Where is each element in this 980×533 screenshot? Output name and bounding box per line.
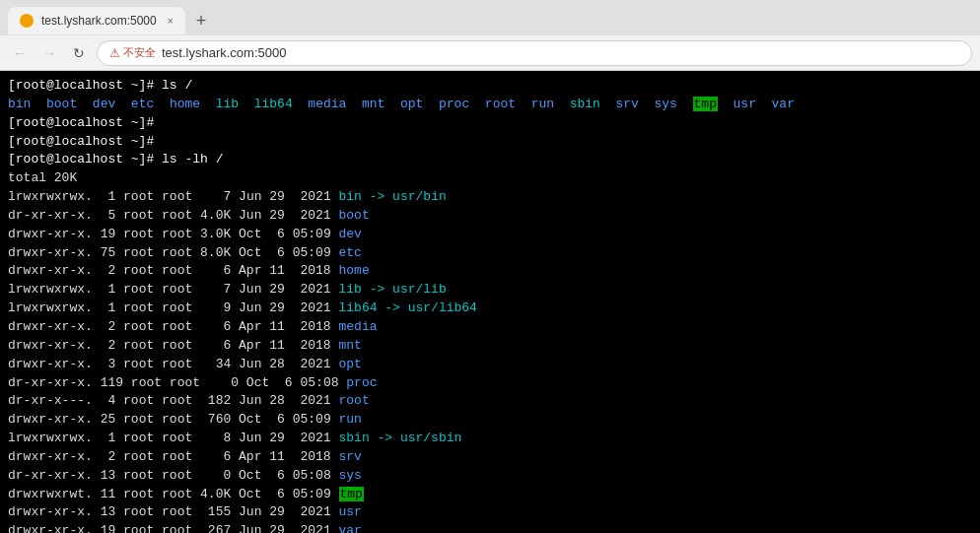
terminal-line: dr-xr-x---. 4 root root 182 Jun 28 2021 … (8, 392, 972, 411)
security-label: 不安全 (123, 45, 156, 60)
terminal-line: [root@localhost ~]# ls / (8, 77, 972, 96)
active-tab[interactable]: test.lyshark.com:5000 × (8, 7, 185, 34)
forward-button[interactable]: → (37, 41, 61, 65)
warning-icon: ⚠ (109, 46, 120, 60)
new-tab-button[interactable]: + (189, 9, 213, 33)
tab-title: test.lyshark.com:5000 (41, 14, 157, 28)
terminal-line: drwxr-xr-x. 2 root root 6 Apr 11 2018 me… (8, 318, 972, 337)
terminal-line: [root@localhost ~]# (8, 133, 972, 152)
tab-favicon (20, 14, 34, 28)
refresh-button[interactable]: ↻ (67, 41, 91, 65)
terminal-line: bin boot dev etc home lib lib64 media mn… (8, 96, 972, 114)
terminal-line: dr-xr-xr-x. 119 root root 0 Oct 6 05:08 … (8, 374, 972, 393)
terminal-line: [root@localhost ~]# ls -lh / (8, 151, 972, 169)
terminal-line: total 20K (8, 169, 972, 188)
tab-bar: test.lyshark.com:5000 × + (0, 0, 980, 35)
security-warning: ⚠ 不安全 (109, 45, 156, 60)
url-text: test.lyshark.com:5000 (162, 45, 286, 60)
terminal-line: dr-xr-xr-x. 5 root root 4.0K Jun 29 2021… (8, 207, 972, 226)
terminal-line: lrwxrwxrwx. 1 root root 7 Jun 29 2021 li… (8, 281, 972, 300)
terminal-line: lrwxrwxrwx. 1 root root 7 Jun 29 2021 bi… (8, 188, 972, 207)
terminal-line: drwxr-xr-x. 2 root root 6 Apr 11 2018 mn… (8, 337, 972, 356)
back-button[interactable]: ← (8, 41, 32, 65)
terminal-line: lrwxrwxrwx. 1 root root 8 Jun 29 2021 sb… (8, 430, 972, 448)
terminal-line: drwxr-xr-x. 2 root root 6 Apr 11 2018 sr… (8, 448, 972, 467)
nav-bar: ← → ↻ ⚠ 不安全 test.lyshark.com:5000 (0, 35, 980, 71)
terminal-line: [root@localhost ~]# (8, 114, 972, 133)
terminal-line: drwxr-xr-x. 3 root root 34 Jun 28 2021 o… (8, 356, 972, 374)
browser-window: test.lyshark.com:5000 × + ← → ↻ ⚠ 不安全 te… (0, 0, 980, 533)
terminal-line: drwxr-xr-x. 2 root root 6 Apr 11 2018 ho… (8, 262, 972, 281)
tab-close-button[interactable]: × (168, 15, 174, 27)
terminal-line: drwxr-xr-x. 19 root root 267 Jun 29 2021… (8, 522, 972, 533)
address-bar[interactable]: ⚠ 不安全 test.lyshark.com:5000 (97, 40, 972, 66)
terminal[interactable]: [root@localhost ~]# ls / bin boot dev et… (0, 71, 980, 533)
terminal-line: drwxr-xr-x. 75 root root 8.0K Oct 6 05:0… (8, 244, 972, 263)
terminal-line: lrwxrwxrwx. 1 root root 9 Jun 29 2021 li… (8, 300, 972, 318)
terminal-line: drwxr-xr-x. 25 root root 760 Oct 6 05:09… (8, 411, 972, 430)
terminal-line: drwxrwxrwt. 11 root root 4.0K Oct 6 05:0… (8, 486, 972, 504)
terminal-line: drwxr-xr-x. 13 root root 155 Jun 29 2021… (8, 503, 972, 522)
terminal-line: dr-xr-xr-x. 13 root root 0 Oct 6 05:08 s… (8, 467, 972, 486)
terminal-line: drwxr-xr-x. 19 root root 3.0K Oct 6 05:0… (8, 226, 972, 244)
